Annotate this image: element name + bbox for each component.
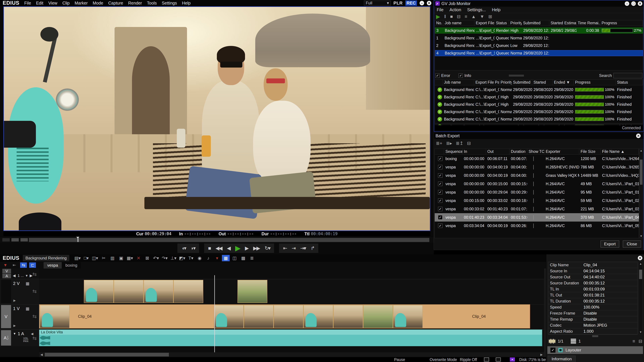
timeline-horizontal-scrollbar[interactable]: ◀ ▶ <box>39 352 544 357</box>
column-header[interactable]: Exporter <box>544 149 579 154</box>
scroll-down-icon[interactable]: ▼ <box>639 331 642 334</box>
column-header[interactable]: Show TC <box>527 149 544 154</box>
finished-job-row[interactable]: ✓ Background Rendering... C:\...\Export_… <box>435 109 643 115</box>
show-tc-checkbox[interactable] <box>533 182 534 186</box>
batch-export-row[interactable]: ✓ vespa 00:00:33:02 00:01:40:23 00:01:07… <box>435 205 639 213</box>
menu-item[interactable]: Tools <box>144 1 159 5</box>
ripple-delete-button[interactable]: ⊠ <box>144 255 151 261</box>
sync-icon[interactable]: ⇆ <box>32 271 37 277</box>
track-1a-lane[interactable]: La Dolce Vita <box>39 329 544 346</box>
video-clip-clip04[interactable]: Clip_04 Clip_04 <box>39 304 530 329</box>
column-header[interactable]: Priority <box>499 80 512 85</box>
show-tc-checkbox[interactable] <box>533 190 534 195</box>
extend-edit-icon[interactable]: ⇤ <box>11 263 18 268</box>
show-tc-checkbox[interactable] <box>533 215 534 220</box>
grab-mode-button[interactable]: ◉ <box>196 255 204 261</box>
minimize-icon[interactable]: – <box>625 1 629 6</box>
duplicate-entry-button[interactable]: ≣↥ <box>456 141 464 146</box>
row-checkbox[interactable]: ✓ <box>438 182 442 186</box>
expand-icon[interactable]: ▶ <box>14 324 16 328</box>
finished-job-row[interactable]: ✓ Background Rendering... C:\...\Export_… <box>435 101 643 107</box>
paste-button[interactable]: ▣ <box>117 255 125 261</box>
menu-item[interactable]: Render <box>126 1 144 5</box>
menu-item[interactable]: File <box>437 7 444 12</box>
redo-button[interactable]: ↷▾ <box>161 255 168 261</box>
menu-item[interactable]: Settings <box>159 1 180 5</box>
menu-item[interactable]: Help <box>180 1 193 5</box>
sync-icon[interactable]: ⇆ <box>32 335 37 341</box>
column-header[interactable] <box>435 149 444 154</box>
audio-mute-button[interactable]: A <box>2 274 11 278</box>
chevron-down-icon[interactable]: ▾ <box>26 274 28 278</box>
queue-table-header[interactable]: No.Job nameExport File PathStatusPriorit… <box>435 20 643 26</box>
menu-item[interactable]: View <box>46 1 60 5</box>
property-row[interactable]: Time Remap Disable <box>548 316 638 322</box>
set-out-marker-button[interactable]: ◗▾ <box>191 246 195 251</box>
delete-button[interactable]: ✕ <box>135 255 142 261</box>
collapse-icon[interactable]: ▼ <box>13 332 16 336</box>
job-settings-button[interactable]: ⊞ <box>488 14 492 19</box>
show-tc-checkbox[interactable] <box>533 224 534 228</box>
play-button[interactable]: ▶ <box>235 245 240 252</box>
property-row[interactable]: Clip Name Clip_04 <box>548 262 638 268</box>
finished-job-row[interactable]: ✓ Background Rendering... C:\...\Export_… <box>435 116 643 122</box>
bin-view-button[interactable]: ≣ <box>248 255 256 261</box>
splitter-handle[interactable] <box>509 75 524 76</box>
menu-item[interactable]: Action <box>450 7 461 12</box>
stop-jobs-button[interactable]: ■ <box>450 14 453 19</box>
effects-view-button[interactable]: ▩ <box>239 255 247 261</box>
save-project-button[interactable]: ◫▾ <box>91 255 99 261</box>
playhead-position[interactable] <box>78 238 78 242</box>
property-row[interactable]: Source Out 04:14:40:02 <box>548 274 638 280</box>
rec-button[interactable]: REC <box>405 0 417 6</box>
delete-entry-button[interactable]: ⊟ <box>467 141 471 146</box>
finished-table-header[interactable]: Job nameExport File PathPrioritySubmitte… <box>435 80 643 85</box>
menu-item[interactable]: Settings... <box>467 7 486 12</box>
column-header[interactable]: Out <box>486 149 510 154</box>
menu-item[interactable]: Capture <box>106 1 126 5</box>
add-entry-button[interactable]: ≣+ <box>436 141 442 146</box>
property-row[interactable]: TL Out 00:01:38:21 <box>548 292 638 298</box>
start-jobs-button[interactable]: ▶ <box>436 14 440 19</box>
batch-export-row[interactable]: ✓ vespa 00:00:00:00 00:00:29:04 00:00:29… <box>435 188 639 196</box>
column-header[interactable]: Estimat... <box>563 20 576 26</box>
minimize-icon[interactable]: – <box>420 1 424 5</box>
effect-enabled-checkbox[interactable]: ✓ <box>550 348 556 353</box>
column-header[interactable]: Progress <box>600 20 643 26</box>
show-tc-checkbox[interactable] <box>533 165 534 169</box>
timeline-content[interactable]: Clip_04 Clip_04 La Dolce Vita <box>39 269 544 357</box>
stop-button[interactable]: ■ <box>208 246 210 251</box>
column-header[interactable]: No. <box>435 20 443 26</box>
property-row[interactable]: Source Duration 00:00:35:12 <box>548 280 638 286</box>
open-project-button[interactable]: □▾ <box>82 255 90 261</box>
add-cut-point-button[interactable]: ⊥▾ <box>170 255 177 261</box>
column-header[interactable]: Export File Path <box>474 20 494 26</box>
row-checkbox[interactable]: ✓ <box>438 215 442 220</box>
menu-item[interactable]: Mode <box>90 1 106 5</box>
property-row[interactable]: Speed 100.00% <box>548 304 638 310</box>
undo-button[interactable]: ↶▾ <box>152 255 160 261</box>
close-icon[interactable]: ✕ <box>636 134 641 138</box>
column-header[interactable]: Time Remai... ▼ <box>576 20 600 26</box>
goto-marker-button[interactable]: ⇥▾ <box>300 246 306 251</box>
prev-icon[interactable]: ◀ <box>13 274 16 278</box>
plr-button[interactable]: PLR <box>394 0 403 6</box>
property-row[interactable]: TL Duration 00:00:35:12 <box>548 298 638 304</box>
row-checkbox[interactable]: ✓ <box>438 207 442 211</box>
voiceover-button[interactable]: ♪ <box>204 255 212 261</box>
ripple-mode-icon[interactable]: ▼ <box>2 263 9 268</box>
column-header[interactable]: Status <box>616 80 643 85</box>
loop-playback-button[interactable]: ↻▾ <box>265 246 270 251</box>
menu-item[interactable]: File <box>22 1 34 5</box>
clip-sync-button[interactable]: ⊏ <box>29 263 36 268</box>
menu-item[interactable]: Marker <box>72 1 90 5</box>
play-backward-button[interactable]: ◀ <box>227 246 230 251</box>
set-in-marker-button[interactable]: ◖▾ <box>182 246 186 251</box>
property-row[interactable]: Source In 04:14:04:15 <box>548 268 638 274</box>
column-header[interactable]: Started <box>549 20 563 26</box>
info-checkbox[interactable]: ✓ <box>458 73 463 78</box>
window-layout-icon[interactable] <box>484 358 489 362</box>
splitter-handle[interactable] <box>592 336 598 337</box>
frame-forward-button[interactable]: ▶ <box>245 246 248 251</box>
goto-in-point-button[interactable]: ⇤ <box>283 246 286 251</box>
